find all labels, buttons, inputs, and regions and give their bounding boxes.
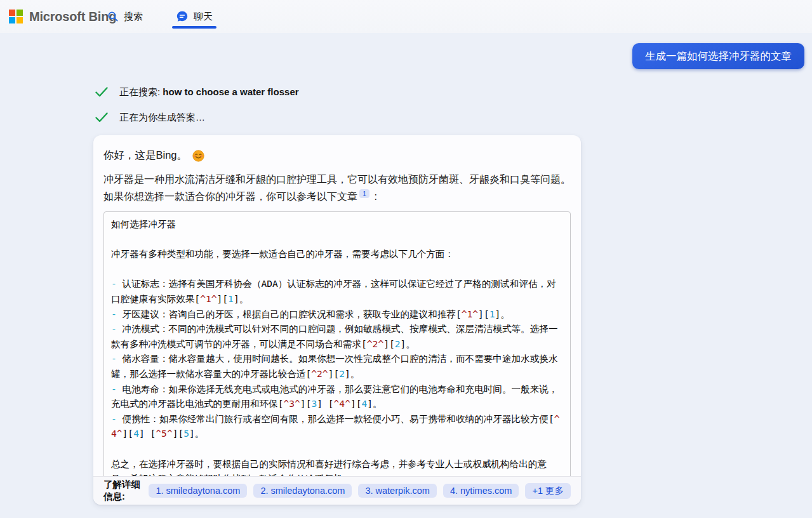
citation-link-1[interactable]: 1. smiledaytona.com	[149, 484, 247, 498]
top-tabs: 搜索 聊天	[105, 0, 215, 33]
citation-link-4[interactable]: 4. nytimes.com	[443, 484, 519, 498]
bot-message-body: 你好，这是Bing。 冲牙器是一种用水流清洁牙缝和牙龈的口腔护理工具，它可以有效…	[93, 135, 581, 476]
article-line: - 认证标志：选择有美国牙科协会（ADA）认证标志的冲牙器，这样可以保证它经过了…	[111, 276, 563, 306]
citation-link-3[interactable]: 3. waterpik.com	[358, 484, 437, 498]
tab-chat-label: 聊天	[194, 11, 213, 23]
status-line-generating: 正在为你生成答案…	[94, 110, 205, 125]
greeting-text: 你好，这是Bing。	[103, 149, 187, 163]
article-line: - 冲洗模式：不同的冲洗模式可以针对不同的口腔问题，例如敏感模式、按摩模式、深层…	[111, 321, 563, 351]
article-line	[111, 232, 563, 247]
search-query: how to choose a water flosser	[163, 86, 298, 97]
citation-superscript[interactable]: 1	[359, 189, 369, 198]
active-tab-underline	[172, 26, 216, 29]
bing-home-link[interactable]: Microsoft Bing	[9, 10, 116, 24]
article-line: - 储水容量：储水容量越大，使用时间越长。如果你想一次性完成整个口腔的清洁，而不…	[111, 351, 563, 381]
check-icon	[94, 110, 109, 125]
article-box: 如何选择冲牙器 冲牙器有多种类型和功能，要选择一款适合自己的冲牙器，需要考虑以下…	[103, 211, 571, 476]
article-text: 如何选择冲牙器 冲牙器有多种类型和功能，要选择一款适合自己的冲牙器，需要考虑以下…	[111, 216, 563, 476]
search-icon	[107, 11, 119, 22]
tab-chat[interactable]: 聊天	[173, 0, 215, 33]
user-message-bubble: 生成一篇如何选择冲牙器的文章	[632, 43, 804, 69]
intro-paragraph: 冲牙器是一种用水流清洁牙缝和牙龈的口腔护理工具，它可以有效地预防牙菌斑、牙龈炎和…	[103, 171, 571, 205]
check-icon	[94, 84, 109, 100]
chat-bubble-icon	[176, 10, 189, 23]
article-line: 总之，在选择冲牙器时，要根据自己的实际情况和喜好进行综合考虑，并参考专业人士或权…	[111, 456, 563, 477]
citation-link-2[interactable]: 2. smiledaytona.com	[253, 484, 352, 498]
tab-search-label: 搜索	[124, 11, 143, 23]
learn-more-bar: 了解详细信息: 1. smiledaytona.com 2. smiledayt…	[93, 476, 581, 505]
tab-search[interactable]: 搜索	[105, 0, 145, 33]
article-line: - 电池寿命：如果你选择无线充电式或电池式的冲牙器，那么要注意它们的电池寿命和充…	[111, 382, 563, 411]
article-line	[111, 262, 563, 277]
article-line: 冲牙器有多种类型和功能，要选择一款适合自己的冲牙器，需要考虑以下几个方面：	[111, 246, 563, 262]
learn-more-label: 了解详细信息:	[103, 479, 142, 503]
status-text: 正在为你生成答案…	[119, 112, 205, 124]
status-text: 正在搜索: how to choose a water flosser	[119, 86, 299, 98]
more-citations-button[interactable]: +1 更多	[525, 483, 571, 499]
article-line: - 便携性：如果你经常出门旅行或者空间有限，那么选择一款轻便小巧、易于携带和收纳…	[111, 411, 563, 441]
article-line: - 牙医建议：咨询自己的牙医，根据自己的口腔状况和需求，获取专业的建议和推荐[^…	[111, 307, 563, 322]
smiling-face-emoji-icon	[192, 150, 204, 162]
user-message-row: 生成一篇如何选择冲牙器的文章	[632, 43, 804, 69]
brand-name: Microsoft Bing	[29, 10, 116, 24]
article-line: 如何选择冲牙器	[111, 216, 563, 232]
article-line	[111, 441, 563, 456]
status-line-searching: 正在搜索: how to choose a water flosser	[94, 84, 299, 100]
top-bar: Microsoft Bing 搜索 聊天	[0, 0, 812, 33]
bot-response-card: 你好，这是Bing。 冲牙器是一种用水流清洁牙缝和牙龈的口腔护理工具，它可以有效…	[93, 135, 581, 505]
microsoft-logo-icon	[9, 10, 23, 23]
